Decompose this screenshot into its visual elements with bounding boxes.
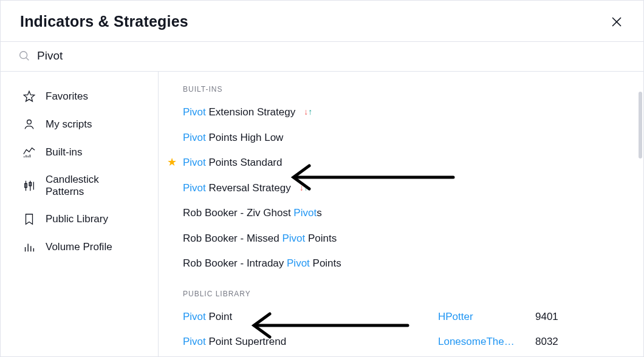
sidebar-item-favorites[interactable]: Favorites <box>1 83 158 110</box>
result-item[interactable]: Pivot Reversal Strategy ↓↑ <box>159 175 643 201</box>
rest-text: Reversal Strategy <box>206 182 291 194</box>
candles-icon <box>22 179 36 192</box>
match-text: Pivot <box>287 257 310 269</box>
result-item[interactable]: Pivot Extension Strategy ↓↑ <box>159 100 643 125</box>
section-heading-public: PUBLIC LIBRARY <box>159 276 643 304</box>
match-text: Pivot <box>183 311 206 322</box>
rest-text: Points <box>310 257 341 269</box>
result-item[interactable]: ★ Pivot Points Standard <box>159 150 643 175</box>
strategy-icon: ↓↑ <box>304 106 312 118</box>
match-text: Pivot <box>282 233 305 244</box>
rest-text: Points Standard <box>206 157 283 168</box>
builtins-icon <box>22 146 36 159</box>
sidebar-item-volume[interactable]: Volume Profile <box>1 233 158 261</box>
strategy-icon: ↓↑ <box>300 182 308 194</box>
sidebar-item-myscripts[interactable]: My scripts <box>1 110 158 138</box>
likes-count: 8032 <box>535 334 584 350</box>
section-heading-builtins: BUILT-INS <box>159 83 643 100</box>
likes-count: 9401 <box>535 309 584 325</box>
result-item[interactable]: Pivot Point Supertrend LonesomeThe… 8032 <box>159 329 643 355</box>
volume-icon <box>22 240 36 254</box>
sidebar-item-label: Favorites <box>46 90 88 103</box>
sidebar-item-public[interactable]: Public Library <box>1 205 158 233</box>
sidebar-item-label: Public Library <box>46 213 108 225</box>
favorite-star-icon: ★ <box>167 154 177 171</box>
match-text: Pivot <box>183 106 206 118</box>
user-icon <box>22 118 36 131</box>
sidebar-item-label: My scripts <box>46 118 92 131</box>
modal-header: Indicators & Strategies <box>1 1 643 41</box>
prefix-text: Rob Booker - Missed <box>183 233 282 244</box>
search-row <box>1 41 643 72</box>
scrollbar-thumb[interactable] <box>639 92 642 158</box>
sidebar-item-label: Built-ins <box>46 146 82 158</box>
rest-text: Point Supertrend <box>206 336 286 347</box>
sidebar-item-builtins[interactable]: Built-ins <box>1 138 158 166</box>
sidebar: Favorites My scripts Built-ins Candlesti… <box>1 72 159 356</box>
modal-title: Indicators & Strategies <box>20 13 188 30</box>
search-icon <box>18 49 31 63</box>
author-link[interactable]: HPotter <box>438 309 535 325</box>
rest-text: Extension Strategy <box>206 106 295 118</box>
close-button[interactable] <box>609 15 624 29</box>
sidebar-item-candles[interactable]: Candlestick Patterns <box>1 166 158 205</box>
match-text: Pivot <box>183 182 206 194</box>
match-text: Pivot <box>183 336 206 347</box>
result-item[interactable]: Rob Booker - Intraday Pivot Points <box>159 251 643 276</box>
close-icon <box>609 15 624 29</box>
rest-text: s <box>317 207 322 219</box>
author-link[interactable]: LonesomeThe… <box>438 334 535 350</box>
prefix-text: Rob Booker - Ziv Ghost <box>183 207 293 219</box>
content: Favorites My scripts Built-ins Candlesti… <box>1 72 643 356</box>
rest-text: Points <box>305 233 337 244</box>
star-icon <box>22 90 36 103</box>
result-item[interactable]: Rob Booker - Ziv Ghost Pivots <box>159 200 643 226</box>
sidebar-item-label: Candlestick Patterns <box>46 174 140 198</box>
result-item[interactable]: Pivot Points High Low <box>159 125 643 151</box>
bookmark-icon <box>22 212 36 226</box>
result-item[interactable]: Rob Booker - Missed Pivot Points <box>159 226 643 251</box>
sidebar-item-label: Volume Profile <box>46 241 112 253</box>
indicators-modal: Indicators & Strategies Favorites My scr… <box>1 1 643 356</box>
rest-text: Point <box>206 311 232 322</box>
svg-point-5 <box>27 120 32 124</box>
match-text: Pivot <box>183 132 206 143</box>
search-input[interactable] <box>37 49 626 63</box>
svg-point-2 <box>20 52 27 59</box>
match-text: Pivot <box>183 157 206 168</box>
prefix-text: Rob Booker - Intraday <box>183 257 287 269</box>
results-pane: BUILT-INS Pivot Extension Strategy ↓↑ Pi… <box>159 72 643 356</box>
rest-text: Points High Low <box>206 132 284 143</box>
svg-marker-4 <box>24 91 34 101</box>
match-text: Pivot <box>293 207 317 219</box>
svg-line-3 <box>26 58 29 60</box>
result-item[interactable]: Pivot Point HPotter 9401 <box>159 304 643 330</box>
